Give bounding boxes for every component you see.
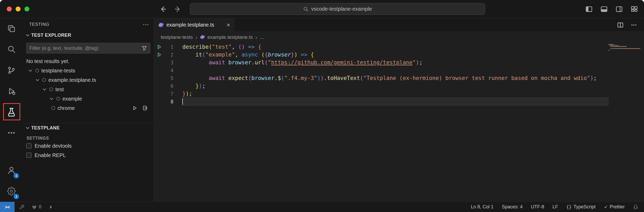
filter-input[interactable] bbox=[29, 45, 139, 51]
sidebar-title: TESTING bbox=[29, 22, 49, 27]
code-text[interactable]: }); bbox=[182, 90, 608, 98]
tree-item-testplane-tests[interactable]: testplane-tests bbox=[23, 66, 154, 75]
minimize-window-button[interactable] bbox=[16, 7, 21, 11]
layout-sidebar-left-icon[interactable] bbox=[585, 5, 593, 13]
tab-bar: example.testplane.ts × bbox=[154, 18, 644, 32]
test-filter-field[interactable] bbox=[26, 43, 151, 54]
code-text[interactable] bbox=[182, 66, 608, 74]
chevron-down-icon[interactable] bbox=[49, 96, 54, 101]
tab-example-testplane[interactable]: example.testplane.ts × bbox=[154, 18, 234, 32]
indentation[interactable]: Spaces: 4 bbox=[502, 204, 523, 210]
radio-tower-icon bbox=[32, 204, 37, 210]
code-text[interactable]: }); bbox=[182, 82, 608, 90]
chevron-down-icon[interactable] bbox=[28, 68, 33, 73]
vscode-window: vscode-testplane-example bbox=[0, 0, 644, 212]
source-control-icon[interactable] bbox=[0, 60, 23, 81]
breadcrumb-more[interactable]: ... bbox=[260, 34, 264, 40]
split-editor-icon[interactable] bbox=[617, 22, 624, 28]
accounts-icon[interactable]: 1 bbox=[0, 160, 23, 181]
section-test-explorer[interactable]: TEST EXPLORER bbox=[23, 31, 154, 40]
section-label: TESTPLANE bbox=[31, 125, 60, 131]
window-controls bbox=[7, 7, 29, 11]
chevron-right-icon: › bbox=[196, 34, 197, 40]
settings-group-label: SETTINGS bbox=[27, 136, 154, 141]
chevron-down-icon[interactable] bbox=[42, 87, 47, 92]
enable-devtools-row[interactable]: Enable devtools bbox=[23, 141, 154, 151]
breadcrumb-file[interactable]: example.testplane.ts bbox=[208, 34, 253, 40]
code-text[interactable] bbox=[182, 98, 608, 105]
chevron-down-icon[interactable] bbox=[35, 77, 40, 83]
minimap[interactable] bbox=[608, 42, 640, 202]
no-results-message: No test results yet. bbox=[26, 58, 154, 64]
code-line[interactable]: 7}); bbox=[154, 90, 608, 98]
formatter-status[interactable]: ✓ Prettier bbox=[604, 204, 625, 210]
close-tab-icon[interactable]: × bbox=[227, 22, 230, 28]
ports-indicator[interactable]: 0 bbox=[32, 204, 41, 210]
test-state-icon bbox=[42, 78, 47, 82]
code-line[interactable]: 3 await browser.url("https://github.com/… bbox=[154, 59, 608, 66]
tree-item-example[interactable]: example bbox=[23, 94, 154, 103]
tree-item-label: example bbox=[62, 96, 82, 102]
settings-gear-icon[interactable]: 1 bbox=[0, 181, 23, 202]
tools-icon[interactable] bbox=[19, 204, 24, 210]
code-text[interactable]: await browser.url("https://github.com/ge… bbox=[182, 59, 608, 66]
language-mode[interactable]: {} TypeScript bbox=[566, 204, 596, 210]
code-line[interactable]: 5 await expect(browser.$(".f4.my-3")).to… bbox=[154, 74, 608, 82]
devtools-checkbox[interactable] bbox=[26, 143, 31, 148]
repl-checkbox[interactable] bbox=[26, 153, 31, 158]
cursor-position[interactable]: Ln 8, Col 1 bbox=[471, 204, 493, 210]
editor-more-actions-icon[interactable] bbox=[630, 22, 637, 28]
title-bar: vscode-testplane-example bbox=[0, 0, 644, 18]
forward-arrow-icon[interactable] bbox=[174, 5, 182, 13]
maximize-window-button[interactable] bbox=[24, 7, 29, 11]
tab-label: example.testplane.ts bbox=[166, 22, 214, 28]
breadcrumb-folder[interactable]: testplane-tests bbox=[161, 34, 193, 40]
more-views-icon[interactable] bbox=[0, 122, 23, 143]
testing-flask-icon[interactable] bbox=[0, 102, 23, 122]
section-testplane[interactable]: TESTPLANE bbox=[23, 123, 154, 132]
tree-item-test[interactable]: test bbox=[23, 85, 154, 94]
code-text[interactable]: await expect(browser.$(".f4.my-3")).toHa… bbox=[182, 74, 608, 82]
notifications-bell-icon[interactable] bbox=[633, 204, 638, 210]
editor-group: example.testplane.ts × testplane-tests ›… bbox=[154, 18, 644, 202]
code-line[interactable]: 6 }); bbox=[154, 82, 608, 90]
layout-sidebar-right-icon[interactable] bbox=[615, 5, 623, 13]
test-state-icon bbox=[56, 96, 61, 101]
chevron-down-icon bbox=[25, 33, 30, 38]
filter-funnel-icon[interactable] bbox=[141, 45, 147, 51]
braces-icon: {} bbox=[566, 204, 571, 210]
eol[interactable]: LF bbox=[552, 204, 558, 210]
code-text[interactable]: describe("test", () => { bbox=[182, 43, 608, 51]
back-arrow-icon[interactable] bbox=[159, 5, 166, 13]
run-and-debug-icon[interactable] bbox=[0, 81, 23, 102]
line-number: 7 bbox=[164, 91, 182, 97]
search-icon bbox=[303, 6, 309, 12]
open-test-icon[interactable] bbox=[142, 105, 148, 111]
remote-indicator[interactable]: >< bbox=[0, 202, 15, 212]
tree-item-example-file[interactable]: example.testplane.ts bbox=[23, 75, 154, 85]
tree-item-label: testplane-tests bbox=[41, 68, 75, 74]
encoding[interactable]: UTF-8 bbox=[531, 204, 544, 210]
code-text[interactable]: it("example", async ({browser}) => { bbox=[182, 51, 608, 59]
activity-bar: 1 1 bbox=[0, 18, 23, 202]
ports-count: 0 bbox=[39, 204, 41, 210]
explorer-icon[interactable] bbox=[0, 18, 23, 39]
code-line[interactable]: 1describe("test", () => { bbox=[154, 43, 608, 51]
tree-item-chrome[interactable]: chrome bbox=[23, 103, 154, 113]
code-line[interactable]: 8 bbox=[154, 98, 608, 105]
zap-icon[interactable] bbox=[49, 205, 53, 209]
run-test-gutter-icon[interactable] bbox=[154, 52, 164, 57]
sidebar-more-actions-icon[interactable]: ⋯ bbox=[143, 21, 149, 28]
code-line[interactable]: 2 it("example", async ({browser}) => { bbox=[154, 51, 608, 59]
code-line[interactable]: 4 bbox=[154, 66, 608, 74]
run-test-icon[interactable] bbox=[132, 105, 138, 111]
checkbox-label: Enable REPL bbox=[35, 152, 66, 158]
command-center-search[interactable]: vscode-testplane-example bbox=[190, 3, 485, 15]
search-sidebar-icon[interactable] bbox=[0, 39, 23, 60]
run-test-gutter-icon[interactable] bbox=[154, 44, 164, 49]
close-window-button[interactable] bbox=[7, 7, 12, 11]
enable-repl-row[interactable]: Enable REPL bbox=[23, 151, 154, 160]
layout-panel-icon[interactable] bbox=[600, 5, 608, 13]
editor-scrollbar[interactable] bbox=[640, 42, 644, 202]
customize-layout-icon[interactable] bbox=[630, 5, 638, 13]
